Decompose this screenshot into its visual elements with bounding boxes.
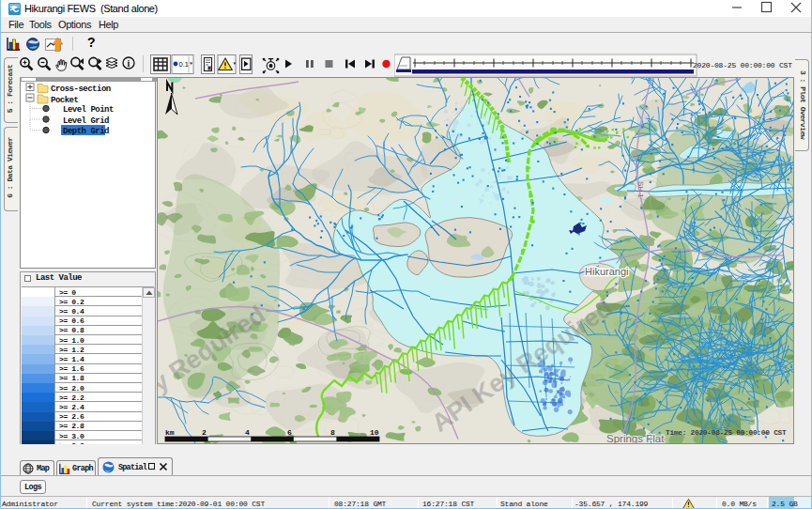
svg-text:SH 1: SH 1: [636, 181, 645, 198]
svg-text:4: 4: [245, 428, 250, 437]
svg-text:Time: 2020-08-25 00:00:00 CST: Time: 2020-08-25 00:00:00 CST: [666, 429, 787, 437]
svg-text:8: 8: [330, 428, 335, 437]
svg-text:Level Grid: Level Grid: [63, 116, 109, 126]
svg-text:10: 10: [370, 428, 379, 437]
svg-text:Cross-section: Cross-section: [51, 85, 111, 94]
svg-text:6: 6: [287, 428, 292, 437]
svg-text:km: km: [165, 428, 175, 437]
svg-text:2020-08-25 00:00:00 CST: 2020-08-25 00:00:00 CST: [693, 61, 792, 69]
svg-text:Hikurangi: Hikurangi: [585, 266, 628, 277]
svg-text:Level Point: Level Point: [63, 105, 114, 115]
svg-text:0.1: 0.1: [179, 60, 189, 69]
svg-text:Depth Grid: Depth Grid: [63, 127, 109, 136]
svg-text:Pocket: Pocket: [51, 96, 79, 105]
svg-text:Springs Flat: Springs Flat: [606, 433, 665, 443]
svg-text:2: 2: [202, 428, 207, 437]
svg-text:i: i: [127, 58, 130, 69]
